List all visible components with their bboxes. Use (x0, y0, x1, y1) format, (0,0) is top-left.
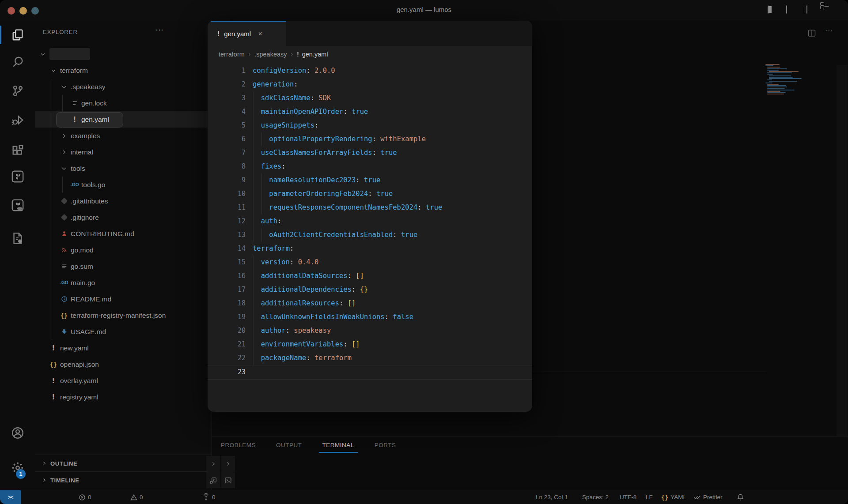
toggle-primary-sidebar-icon[interactable] (768, 6, 778, 15)
tree-item-main-go[interactable]: -GOmain.go (35, 275, 212, 291)
code-line-19[interactable]: 19 allowUnknownFieldsInWeakUnions: false (208, 310, 532, 324)
tree-item-contributing-md[interactable]: CONTRIBUTING.md (35, 226, 212, 242)
split-editor-icon[interactable] (807, 29, 816, 38)
code-line-2[interactable]: 2generation: (208, 78, 532, 91)
tree-item-tools-go[interactable]: -GOtools.go (35, 177, 212, 193)
editor-tab-strip: ! gen.yaml × (208, 21, 532, 46)
code-line-4[interactable]: 4 maintainOpenAPIOrder: true (208, 105, 532, 119)
code-line-6[interactable]: 6 optionalPropertyRendering: withExample (208, 132, 532, 146)
code-line-15[interactable]: 15 version: 0.4.0 (208, 256, 532, 269)
terminal-icon[interactable] (221, 472, 235, 488)
activity-item-accounts[interactable] (0, 421, 35, 445)
minimap[interactable] (765, 64, 805, 104)
panel-tab-output[interactable]: OUTPUT (275, 439, 303, 453)
tree-item-openapi-json[interactable]: {}openapi.json (35, 356, 212, 372)
code-line-14[interactable]: 14terraform: (208, 242, 532, 256)
code-line-5[interactable]: 5 usageSnippets: (208, 119, 532, 132)
chevron-right-icon[interactable] (221, 456, 235, 472)
breadcrumb-item-gen-yaml[interactable]: !gen.yaml (297, 51, 328, 58)
minimap-line (767, 87, 787, 87)
code-line-13[interactable]: 13 oAuth2ClientCredentialsEnabled: true (208, 228, 532, 242)
outline-section[interactable]: OUTLINE (35, 455, 212, 472)
timeline-section[interactable]: TIMELINE (35, 471, 212, 489)
close-tab-icon[interactable]: × (258, 30, 262, 38)
status-warnings[interactable]: 0 (130, 490, 143, 504)
tab-gen-yaml[interactable]: ! gen.yaml × (208, 21, 286, 46)
tree-item-terraform-registry-manifest-json[interactable]: {}terraform-registry-manifest.json (35, 307, 212, 323)
line-number: 23 (208, 365, 246, 379)
breadcrumb-item--speakeasy[interactable]: .speakeasy (254, 51, 287, 58)
panel-tab-ports[interactable]: PORTS (374, 439, 397, 453)
line-number: 10 (208, 187, 246, 201)
status-eol[interactable]: LF (646, 490, 653, 504)
code-line-8[interactable]: 8 fixes: (208, 160, 532, 173)
panel-tab-problems[interactable]: PROBLEMS (220, 439, 257, 453)
status-notifications[interactable] (737, 490, 744, 504)
chevron-right-icon[interactable] (206, 456, 220, 472)
tree-item-usage-md[interactable]: USAGE.md (35, 323, 212, 340)
toggle-panel-icon[interactable] (786, 6, 797, 15)
remote-indicator[interactable]: >< (0, 490, 21, 504)
code-line-16[interactable]: 16 additionalDataSources: [] (208, 269, 532, 283)
current-line-rule (532, 372, 766, 372)
status-indentation[interactable]: Spaces: 2 (582, 490, 609, 504)
activity-item-terraform[interactable] (0, 165, 35, 188)
tree-item--gitattributes[interactable]: .gitattributes (35, 193, 212, 209)
code-line-22[interactable]: 22 packageName: terraform (208, 351, 532, 365)
tree-item-go-sum[interactable]: go.sum (35, 258, 212, 275)
tree-item-go-mod[interactable]: go.mod (35, 242, 212, 258)
code-line-20[interactable]: 20 author: speakeasy (208, 324, 532, 338)
debug-terminal-icon[interactable] (206, 472, 220, 488)
code-line-17[interactable]: 17 additionalDependencies: {} (208, 283, 532, 297)
activity-item-source-control[interactable] (0, 79, 35, 103)
activity-item-settings[interactable]: 1 (0, 456, 35, 480)
tree-item--gitignore[interactable]: .gitignore (35, 209, 212, 226)
status-formatter[interactable]: Prettier (693, 490, 723, 504)
tree-item-terraform[interactable]: terraform (35, 62, 212, 79)
code-line-9[interactable]: 9 nameResolutionDec2023: true (208, 173, 532, 187)
tree-item-registry-yaml[interactable]: !registry.yaml (35, 389, 212, 405)
activity-item-rest-client[interactable] (0, 226, 35, 250)
bottom-panel: PROBLEMSOUTPUTTERMINALPORTS (212, 436, 848, 490)
line-content: terraform: (253, 242, 294, 256)
activity-item-explorer[interactable] (0, 23, 35, 47)
tree-item--speakeasy[interactable]: .speakeasy (35, 79, 212, 95)
activity-item-terraform-cloud[interactable] (0, 193, 35, 217)
chevron-right-icon (59, 147, 69, 157)
tree-item-readme-md[interactable]: README.md (35, 291, 212, 307)
tree-item-gen-yaml[interactable]: !gen.yaml (35, 111, 212, 128)
toggle-secondary-sidebar-icon[interactable] (806, 6, 817, 15)
code-line-11[interactable]: 11 requestResponseComponentNamesFeb2024:… (208, 201, 532, 214)
status-encoding[interactable]: UTF-8 (620, 490, 636, 504)
tree-item-tools[interactable]: tools (35, 160, 212, 177)
activity-item-search[interactable] (0, 50, 35, 74)
explorer-more-actions-icon[interactable]: ⋯ (155, 25, 164, 35)
code-line-23[interactable]: 23 (208, 365, 532, 380)
code-line-7[interactable]: 7 useClassNamesForArrayFields: true (208, 146, 532, 160)
tree-item-new-yaml[interactable]: !new.yaml (35, 340, 212, 356)
tree-item-overlay-yaml[interactable]: !overlay.yaml (35, 372, 212, 389)
breadcrumb-item-terraform[interactable]: terraform (219, 51, 245, 58)
panel-tab-terminal[interactable]: TERMINAL (322, 439, 355, 453)
code-line-18[interactable]: 18 additionalResources: [] (208, 297, 532, 310)
code-line-3[interactable]: 3 sdkClassName: SDK (208, 91, 532, 105)
status-ports-forwarded[interactable]: 0 (202, 490, 216, 504)
activity-item-extensions[interactable] (0, 139, 35, 162)
status-language-mode[interactable]: {}YAML (661, 490, 686, 504)
tree-item-workspace-root[interactable] (35, 46, 212, 62)
tree-item-examples[interactable]: examples (35, 128, 212, 144)
tree-item-internal[interactable]: internal (35, 144, 212, 160)
status-cursor-position[interactable]: Ln 23, Col 1 (536, 490, 568, 504)
status-errors[interactable]: 0 (79, 490, 91, 504)
terraform-icon (11, 170, 24, 183)
activity-item-run-debug[interactable] (0, 108, 35, 132)
code-editor[interactable]: 1configVersion: 2.0.02generation:3 sdkCl… (208, 64, 532, 412)
code-line-21[interactable]: 21 environmentVariables: [] (208, 338, 532, 351)
editor-more-actions-icon[interactable]: ⋯ (825, 26, 833, 35)
code-line-1[interactable]: 1configVersion: 2.0.0 (208, 64, 532, 78)
editor-scrollbar[interactable] (837, 65, 848, 438)
tree-item-gen-lock[interactable]: gen.lock (35, 95, 212, 111)
code-line-12[interactable]: 12 auth: (208, 214, 532, 228)
customize-layout-icon[interactable] (824, 6, 835, 15)
code-line-10[interactable]: 10 parameterOrderingFeb2024: true (208, 187, 532, 201)
